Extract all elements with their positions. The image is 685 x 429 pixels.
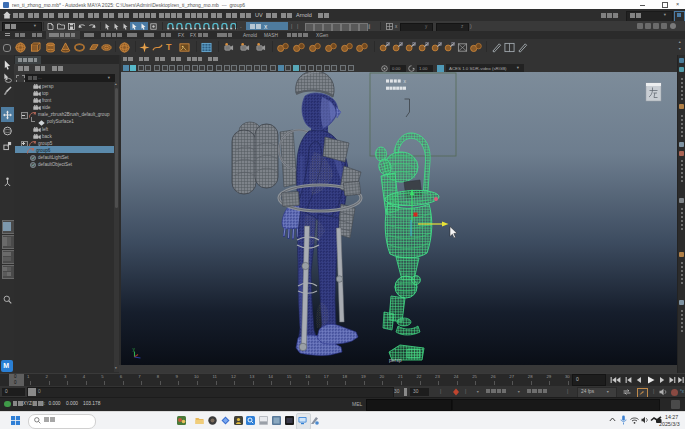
svg-text:persp: persp	[389, 357, 402, 363]
